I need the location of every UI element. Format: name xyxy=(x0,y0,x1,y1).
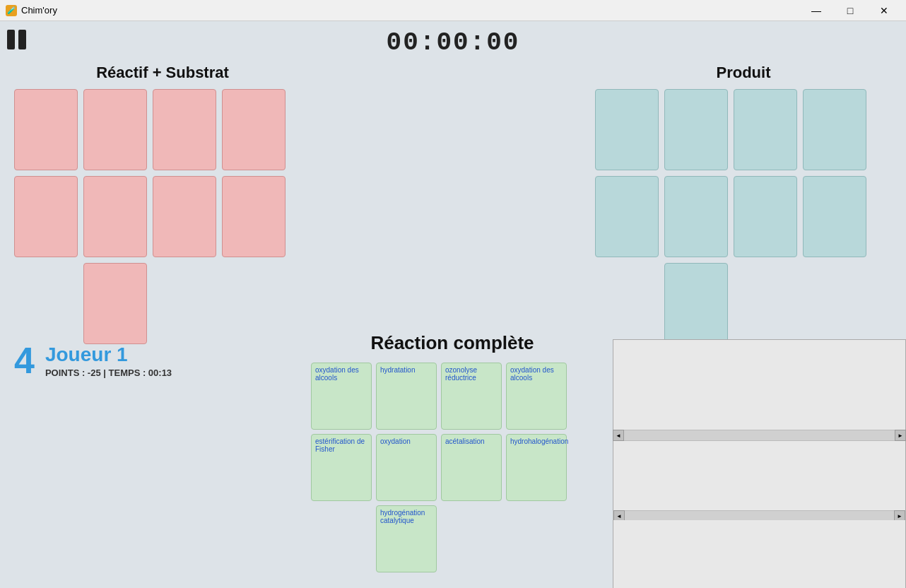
close-button[interactable]: ✕ xyxy=(868,0,900,21)
timer-display: 00:00:00 xyxy=(387,28,520,57)
right-bot-panel xyxy=(613,441,906,512)
reactif-title: Réactif + Substrat xyxy=(14,64,311,82)
app-icon: 🧪 xyxy=(6,5,17,16)
player-info: 4 Joueur 1 POINTS : -25 | TEMPS : 00:13 xyxy=(14,339,172,382)
player-number: 4 xyxy=(14,339,35,382)
reactif-card-1-1[interactable] xyxy=(14,89,78,170)
reactif-card-1-2[interactable] xyxy=(83,89,147,170)
reactif-card-2-3[interactable] xyxy=(153,176,216,257)
minimize-button[interactable]: — xyxy=(800,0,833,21)
reaction-row2: estérification de Fisher oxydation acéta… xyxy=(311,434,594,501)
scrollbar-left-btn-1[interactable]: ◄ xyxy=(613,430,624,441)
produit-card-2-1[interactable] xyxy=(595,176,659,257)
scrollbar-right-btn-1[interactable]: ► xyxy=(895,430,906,441)
reaction-card-1-3[interactable]: ozonolyse réductrice xyxy=(441,363,502,430)
reaction-label-1-4: oxydation des alcools xyxy=(510,366,554,382)
reaction-label-1-1: oxydation des alcools xyxy=(315,366,359,382)
titlebar: 🧪 Chim'ory — □ ✕ xyxy=(0,0,906,21)
reaction-label-2-4: hydrohalogénation xyxy=(510,437,568,445)
reactif-card-2-1[interactable] xyxy=(14,176,78,257)
reaction-card-2-4[interactable]: hydrohalogénation xyxy=(506,434,567,501)
app-title: Chim'ory xyxy=(21,5,57,16)
player-stats: POINTS : -25 | TEMPS : 00:13 xyxy=(45,368,172,378)
player-name: Joueur 1 xyxy=(45,343,172,366)
pause-bar-right xyxy=(18,30,26,49)
produit-card-2-3[interactable] xyxy=(734,176,797,257)
produit-card-1-1[interactable] xyxy=(595,89,659,170)
reaction-label-1-3: ozonolyse réductrice xyxy=(445,366,477,382)
reaction-title: Réaction complète xyxy=(311,332,594,354)
main-area: 00:00:00 Réactif + Substrat Produit xyxy=(0,21,906,588)
reactif-card-2-4[interactable] xyxy=(222,176,286,257)
scrollbar-track-1[interactable] xyxy=(624,430,895,440)
reaction-label-2-1: estérification de Fisher xyxy=(315,437,365,453)
titlebar-left: 🧪 Chim'ory xyxy=(6,5,57,16)
produit-card-2-2[interactable] xyxy=(664,176,728,257)
produit-row1 xyxy=(595,89,892,170)
player-details: Joueur 1 POINTS : -25 | TEMPS : 00:13 xyxy=(45,343,172,378)
reaction-label-2-2: oxydation xyxy=(380,437,411,445)
right-mid-scrollbar[interactable]: ◄ ► xyxy=(613,430,906,441)
reaction-card-1-2[interactable]: hydratation xyxy=(376,363,437,430)
produit-card-1-2[interactable] xyxy=(664,89,728,170)
reaction-card-1-1[interactable]: oxydation des alcools xyxy=(311,363,372,430)
reactif-section: Réactif + Substrat xyxy=(14,64,311,344)
produit-section: Produit xyxy=(595,64,892,344)
right-top-panel xyxy=(613,339,906,431)
produit-card-3-2[interactable] xyxy=(664,263,728,344)
reactif-card-3-2[interactable] xyxy=(83,263,147,344)
reactif-row3 xyxy=(14,263,311,344)
reactif-row2 xyxy=(14,176,311,257)
reaction-card-2-1[interactable]: estérification de Fisher xyxy=(311,434,372,501)
reaction-row1: oxydation des alcools hydratation ozonol… xyxy=(311,363,594,430)
reaction-label-3-2: hydrogénation catalytique xyxy=(380,509,425,524)
reactif-card-1-3[interactable] xyxy=(153,89,216,170)
scrollbar-track-2[interactable] xyxy=(625,511,894,521)
produit-row3 xyxy=(595,263,892,344)
titlebar-controls: — □ ✕ xyxy=(800,0,900,21)
reactif-row1 xyxy=(14,89,311,170)
reactif-card-1-4[interactable] xyxy=(222,89,286,170)
pause-bar-left xyxy=(7,30,15,49)
reaction-card-2-3[interactable]: acétalisation xyxy=(441,434,502,501)
produit-row2 xyxy=(595,176,892,257)
produit-card-2-4[interactable] xyxy=(803,176,866,257)
reaction-card-1-4[interactable]: oxydation des alcools xyxy=(506,363,567,430)
reaction-label-1-2: hydratation xyxy=(380,366,415,374)
reaction-card-3-2[interactable]: hydrogénation catalytique xyxy=(376,505,437,572)
produit-title: Produit xyxy=(595,64,892,82)
produit-card-1-4[interactable] xyxy=(803,89,866,170)
pause-button[interactable] xyxy=(7,30,33,49)
produit-card-1-3[interactable] xyxy=(734,89,797,170)
reaction-section: Réaction complète oxydation des alcools … xyxy=(311,332,594,572)
maximize-button[interactable]: □ xyxy=(834,0,866,21)
reaction-row3: hydrogénation catalytique xyxy=(311,505,594,572)
reaction-card-2-2[interactable]: oxydation xyxy=(376,434,437,501)
reaction-label-2-3: acétalisation xyxy=(445,437,485,445)
reactif-card-2-2[interactable] xyxy=(83,176,147,257)
right-final-panel xyxy=(613,520,906,588)
